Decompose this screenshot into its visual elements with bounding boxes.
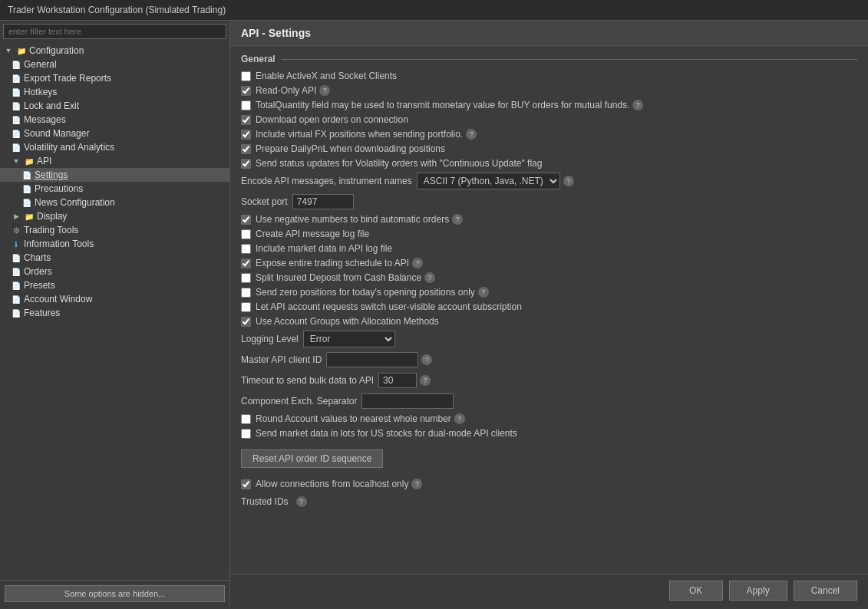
checkbox-row-readonly-api: Read-Only API ?	[241, 85, 857, 96]
sidebar-label: Features	[24, 308, 60, 318]
socket-port-input[interactable]	[292, 194, 354, 209]
cancel-button[interactable]: Cancel	[794, 581, 857, 601]
checkbox-market-data-log[interactable]	[241, 244, 251, 254]
folder-icon: 📁	[24, 211, 35, 222]
help-icon-allow-connections[interactable]: ?	[411, 479, 422, 489]
label-api-account: Let API account requests switch user-vis…	[256, 301, 522, 312]
sidebar-item-lock-exit[interactable]: 📄 Lock and Exit	[0, 99, 229, 113]
component-exch-input[interactable]	[361, 393, 454, 409]
doc-icon: 📄	[11, 294, 21, 304]
checkbox-api-account[interactable]	[241, 302, 251, 312]
sidebar-item-api[interactable]: ▼ 📁 API	[0, 154, 229, 168]
doc-icon: 📄	[11, 100, 21, 111]
checkbox-trading-schedule[interactable]	[241, 258, 251, 268]
logging-level-row: Logging Level Error Warning Info Debug	[241, 331, 857, 347]
timeout-input[interactable]	[378, 373, 417, 388]
sidebar-item-configuration[interactable]: ▼ 📁 Configuration	[0, 44, 229, 58]
sidebar-item-charts[interactable]: 📄 Charts	[0, 251, 229, 265]
sidebar-item-messages[interactable]: 📄 Messages	[0, 113, 229, 127]
sidebar-item-trading-tools[interactable]: ⚙ Trading Tools	[0, 223, 229, 237]
checkbox-row-negative-numbers: Use negative numbers to bind automatic o…	[241, 214, 857, 225]
label-negative-numbers: Use negative numbers to bind automatic o…	[256, 214, 449, 225]
sidebar-label: Lock and Exit	[24, 100, 79, 111]
label-virtual-fx: Include virtual FX positions when sendin…	[256, 129, 463, 140]
logging-level-select[interactable]: Error Warning Info Debug	[303, 331, 395, 347]
hidden-options-button[interactable]: Some options are hidden...	[5, 585, 225, 602]
label-account-groups: Use Account Groups with Allocation Metho…	[256, 316, 439, 327]
logging-level-label: Logging Level	[241, 334, 299, 344]
expand-icon: ▶	[11, 211, 21, 222]
sidebar-item-news-configuration[interactable]: 📄 News Configuration	[0, 196, 229, 209]
title-text: Trader Workstation Configuration (Simula…	[8, 5, 226, 15]
sidebar-item-information-tools[interactable]: ℹ Information Tools	[0, 237, 229, 251]
doc-icon: 📄	[11, 142, 21, 153]
help-icon-encode-api[interactable]: ?	[563, 176, 574, 186]
filter-input[interactable]	[3, 24, 226, 39]
help-icon-readonly-api[interactable]: ?	[319, 85, 330, 96]
sidebar-item-account-window[interactable]: 📄 Account Window	[0, 292, 229, 306]
sidebar-item-volatility[interactable]: 📄 Volatility and Analytics	[0, 140, 229, 154]
checkbox-daily-pnl[interactable]	[241, 144, 251, 154]
expand-icon: ▼	[3, 45, 14, 56]
help-icon-trading-schedule[interactable]: ?	[412, 258, 423, 268]
master-api-label: Master API client ID	[241, 354, 322, 365]
sidebar-item-hotkeys[interactable]: 📄 Hotkeys	[0, 85, 229, 99]
label-allow-connections: Allow connections from localhost only	[256, 479, 408, 489]
help-icon-split-insured[interactable]: ?	[424, 272, 435, 283]
help-icon-negative-numbers[interactable]: ?	[452, 214, 463, 225]
ok-button[interactable]: OK	[669, 581, 723, 601]
label-round-account: Round Account values to nearest whole nu…	[256, 413, 451, 424]
help-icon-zero-positions[interactable]: ?	[478, 287, 489, 298]
sidebar-item-precautions[interactable]: 📄 Precautions	[0, 182, 229, 196]
sidebar-label: Sound Manager	[24, 128, 89, 139]
checkbox-row-status-updates: Send status updates for Volatility order…	[241, 158, 857, 169]
general-section-header: General	[241, 54, 857, 64]
sidebar-item-display[interactable]: ▶ 📁 Display	[0, 209, 229, 223]
checkbox-split-insured[interactable]	[241, 273, 251, 283]
label-enable-activex: Enable ActiveX and Socket Clients	[256, 71, 397, 81]
checkbox-row-market-data-log: Include market data in API log file	[241, 243, 857, 254]
label-api-log: Create API message log file	[256, 229, 369, 239]
checkbox-api-log[interactable]	[241, 229, 251, 239]
checkbox-row-virtual-fx: Include virtual FX positions when sendin…	[241, 129, 857, 140]
checkbox-allow-connections[interactable]	[241, 479, 251, 489]
checkbox-zero-positions[interactable]	[241, 288, 251, 298]
encode-api-select[interactable]: ASCII 7 (Python, Java, .NET) UTF-8	[417, 173, 560, 189]
sidebar-label: Messages	[24, 114, 66, 125]
checkbox-readonly-api[interactable]	[241, 86, 251, 96]
checkbox-enable-activex[interactable]	[241, 71, 251, 81]
checkbox-status-updates[interactable]	[241, 159, 251, 169]
checkbox-virtual-fx[interactable]	[241, 130, 251, 140]
help-icon-totalquantity[interactable]: ?	[632, 100, 643, 110]
reset-api-order-button[interactable]: Reset API order ID sequence	[241, 449, 383, 468]
sidebar-item-orders[interactable]: 📄 Orders	[0, 265, 229, 278]
apply-button[interactable]: Apply	[729, 581, 787, 601]
master-api-input[interactable]	[326, 352, 418, 367]
help-icon-trusted-ids[interactable]: ?	[296, 496, 307, 507]
master-api-row: Master API client ID ?	[241, 351, 857, 368]
sidebar-item-export[interactable]: 📄 Export Trade Reports	[0, 71, 229, 85]
sidebar-label: Export Trade Reports	[24, 73, 111, 84]
sidebar-item-features[interactable]: 📄 Features	[0, 306, 229, 320]
sidebar-item-general[interactable]: 📄 General	[0, 58, 229, 71]
help-icon-round-account[interactable]: ?	[454, 413, 465, 424]
sidebar-item-settings[interactable]: 📄 Settings	[0, 168, 229, 182]
checkbox-negative-numbers[interactable]	[241, 215, 251, 225]
help-icon-master-api[interactable]: ?	[421, 354, 432, 365]
sidebar-item-sound-manager[interactable]: 📄 Sound Manager	[0, 127, 229, 140]
sidebar: ▼ 📁 Configuration 📄 General 📄 Export Tra…	[0, 21, 230, 607]
checkbox-account-groups[interactable]	[241, 317, 251, 327]
sidebar-item-presets[interactable]: 📄 Presets	[0, 278, 229, 292]
checkbox-round-account[interactable]	[241, 414, 251, 424]
sidebar-label: News Configuration	[35, 197, 115, 208]
checkbox-market-data-lots[interactable]	[241, 429, 251, 439]
doc-icon: 📄	[11, 73, 21, 84]
help-icon-timeout[interactable]: ?	[420, 375, 431, 386]
checkbox-totalquantity[interactable]	[241, 100, 251, 110]
sidebar-label: Settings	[35, 170, 68, 180]
content-body: General Enable ActiveX and Socket Client…	[230, 46, 868, 574]
checkbox-download-orders[interactable]	[241, 115, 251, 125]
help-icon-virtual-fx[interactable]: ?	[466, 129, 477, 140]
expand-icon: ▼	[11, 156, 21, 166]
label-market-data-lots: Send market data in lots for US stocks f…	[256, 428, 517, 439]
